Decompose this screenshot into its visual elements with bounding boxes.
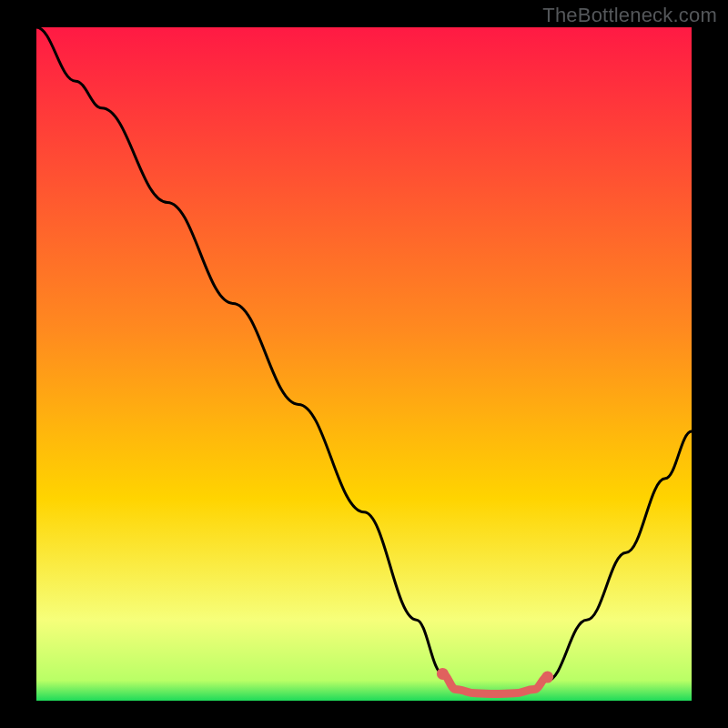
watermark-text: TheBottleneck.com xyxy=(542,4,717,27)
highlight-endpoint-dot xyxy=(437,668,449,680)
chart-stage: TheBottleneck.com xyxy=(0,0,728,728)
bottleneck-curve-chart xyxy=(0,0,728,728)
gradient-plot-area xyxy=(36,27,692,701)
highlight-endpoint-dot xyxy=(541,672,553,683)
